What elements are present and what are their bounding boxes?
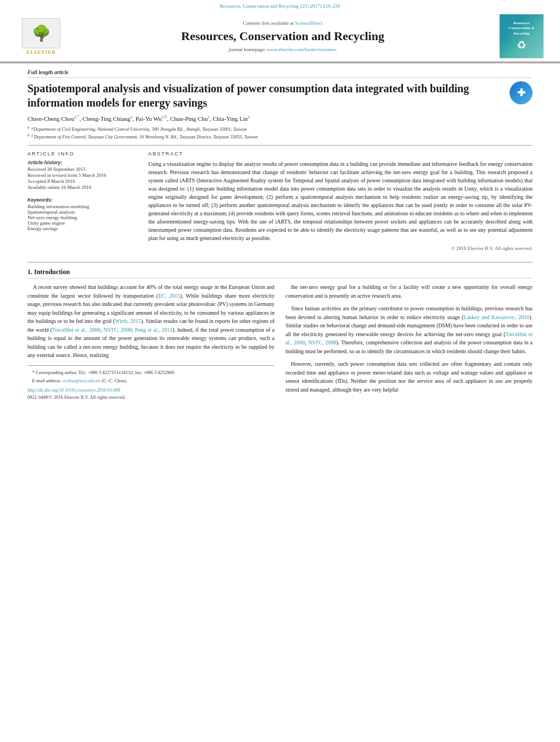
history-label: Article history: xyxy=(27,160,137,165)
peng2011-link[interactable]: Peng et al., 2011 xyxy=(135,327,172,333)
thumb-title: ResourcesConservation &Recycling xyxy=(508,21,535,36)
intro-para-1: A recent survey showed that buildings ac… xyxy=(27,283,275,360)
elsevier-logo: 🌳 ELSEVIER xyxy=(16,18,66,55)
elsevier-brand: ELSEVIER xyxy=(26,49,56,55)
abstract-heading: ABSTRACT xyxy=(148,151,533,157)
journal-title-section: Contents lists available at ScienceDirec… xyxy=(66,20,500,52)
abstract-copyright: © 2016 Elsevier B.V. All rights reserved… xyxy=(148,246,533,251)
accepted-date: Accepted 8 March 2016 xyxy=(27,178,137,184)
doi-link[interactable]: http://dx.doi.org/10.1016/j.resconrec.20… xyxy=(27,387,120,393)
footnote-area: * Corresponding author. Tel.: +886 3 422… xyxy=(27,365,275,384)
sciencedirect-link[interactable]: ScienceDirect xyxy=(295,20,322,26)
email-link[interactable]: ccchou@ncu.edu.tw xyxy=(63,378,100,383)
intro-para-right-3: However, currently, such power consumpti… xyxy=(285,360,533,394)
introduction-section: 1. Introduction A recent survey showed t… xyxy=(0,263,560,406)
laskey2010-link[interactable]: Laskey and Kavazovic, 2010 xyxy=(464,314,530,320)
keywords-list: Building information modeling Spatiotemp… xyxy=(27,204,137,231)
article-info-heading: ARTICLE INFO xyxy=(27,151,137,157)
footnote-corresponding: * Corresponding author. Tel.: +886 3 422… xyxy=(27,369,275,376)
issn-line: 0921-3449/© 2016 Elsevier B.V. All right… xyxy=(27,394,275,401)
contents-line: Contents lists available at ScienceDirec… xyxy=(77,20,489,26)
keywords-label: Keywords: xyxy=(27,197,137,203)
intro-heading: 1. Introduction xyxy=(27,268,533,278)
keyword-3: Net-zero energy building xyxy=(27,215,137,220)
thumb-image: ResourcesConservation &Recycling ♻ xyxy=(500,14,544,58)
citation-text: Resources, Conservation and Recycling 12… xyxy=(220,3,340,9)
citation-bar: Resources, Conservation and Recycling 12… xyxy=(0,0,560,10)
wirth2015-link[interactable]: Wirth, 2015 xyxy=(115,318,141,324)
received-date: Received 30 September 2015 xyxy=(27,166,137,172)
article-title-row: Spatiotemporal analysis and visualizatio… xyxy=(27,81,533,110)
journal-thumbnail: ResourcesConservation &Recycling ♻ xyxy=(500,14,544,58)
article-info-col: ARTICLE INFO Article history: Received 3… xyxy=(27,151,137,251)
ec2015-link[interactable]: EC, 2015 xyxy=(158,293,180,299)
nstc2008b-link[interactable]: NSTC, 2008 xyxy=(308,339,336,345)
homepage-link[interactable]: www.elsevier.com/locate/resconrec xyxy=(267,47,337,52)
thumb-recycle-icon: ♻ xyxy=(517,38,527,52)
nstc2008-link[interactable]: NSTC, 2008 xyxy=(104,327,132,333)
abstract-text: Using a visualization engine to display … xyxy=(148,160,533,242)
keyword-1: Building information modeling xyxy=(27,204,137,209)
torcellini2006-link[interactable]: Torcellini et al., 2006 xyxy=(52,327,100,333)
intro-body: A recent survey showed that buildings ac… xyxy=(27,283,533,401)
keyword-2: Spatiotemporal analysis xyxy=(27,209,137,215)
article-title: Spatiotemporal analysis and visualizatio… xyxy=(27,81,509,110)
keyword-4: Unity game engine xyxy=(27,220,137,226)
article-info-abstract: ARTICLE INFO Article history: Received 3… xyxy=(27,151,533,251)
divider xyxy=(27,145,533,146)
journal-header: 🌳 ELSEVIER Contents lists available at S… xyxy=(0,10,560,63)
footnote-email: E-mail address: ccchou@ncu.edu.tw (C.-C.… xyxy=(27,377,275,384)
article-container: Full length article Spatiotemporal analy… xyxy=(0,63,560,262)
intro-col-left: A recent survey showed that buildings ac… xyxy=(27,283,275,401)
available-date: Available online 16 March 2016 xyxy=(27,185,137,190)
abstract-col: ABSTRACT Using a visualization engine to… xyxy=(148,151,533,251)
affiliation-a: a ᵃ Department of Civil Engineering, Nat… xyxy=(27,125,533,132)
article-type-label: Full length article xyxy=(27,69,533,78)
received-revised-date: Received in revised form 5 March 2016 xyxy=(27,172,137,178)
authors-line: Chien-Cheng Choua,*, Cheng-Ting Chianga,… xyxy=(27,114,533,122)
logo-image: 🌳 xyxy=(22,18,60,48)
journal-homepage: journal homepage: www.elsevier.com/locat… xyxy=(77,47,489,52)
intro-para-right-2: Since human activities are the primary c… xyxy=(285,304,533,355)
intro-col-right: the net-zero energy goal for a building … xyxy=(285,283,533,401)
keyword-5: Energy savings xyxy=(27,226,137,231)
intro-para-right-1: the net-zero energy goal for a building … xyxy=(285,283,533,300)
doi-line: http://dx.doi.org/10.1016/j.resconrec.20… xyxy=(27,387,275,394)
crossmark-badge: ✚ xyxy=(509,81,533,104)
journal-main-title: Resources, Conservation and Recycling xyxy=(77,29,489,43)
logo-tree-icon: 🌳 xyxy=(32,24,51,42)
crossmark-icon[interactable]: ✚ xyxy=(509,81,533,104)
affiliation-b: b ᵇ Department of Fire Control, Taoyuan … xyxy=(27,133,533,140)
